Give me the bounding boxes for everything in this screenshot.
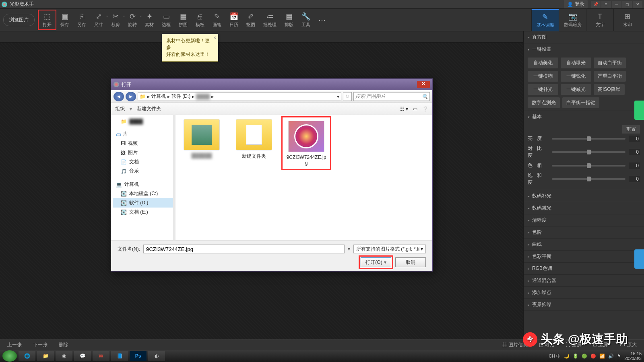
layout-button[interactable]: ▤排版 xyxy=(281,10,297,29)
tree-computer[interactable]: 💻计算机 xyxy=(113,180,173,189)
tree-library[interactable]: 🗃库 xyxy=(113,130,173,139)
file-item-image-selected[interactable]: 9CZI3W7244ZE.jpg xyxy=(284,119,328,167)
help-button[interactable]: ❔ xyxy=(422,106,428,112)
file-item-folder-2[interactable]: 新建文件夹 xyxy=(232,119,276,160)
tray-icon[interactable]: 🌙 xyxy=(564,354,570,359)
tree-edrive[interactable]: 💽文档 (E:) xyxy=(113,208,173,217)
close-button[interactable]: ✕ xyxy=(633,1,642,8)
section-curves[interactable]: ▸曲线 xyxy=(524,239,644,250)
template-button[interactable]: 🖨模板 xyxy=(192,10,208,29)
tree-item[interactable]: 📁████ xyxy=(113,117,173,125)
saturation-slider[interactable] xyxy=(552,178,625,180)
section-night-denoise[interactable]: ▸夜景抑噪 xyxy=(524,299,644,311)
section-fill-light[interactable]: ▸数码补光 xyxy=(524,190,644,202)
prev-image-button[interactable]: 上一张 xyxy=(4,341,25,349)
dialog-close-button[interactable]: ✕ xyxy=(417,81,430,88)
scrollbar[interactable] xyxy=(173,115,175,240)
section-color-balance[interactable]: ▸色彩平衡 xyxy=(524,251,644,262)
quick-wb-onekey[interactable]: 白平衡一指键 xyxy=(562,97,599,108)
brush-button[interactable]: ✎画笔 xyxy=(208,10,225,29)
back-button[interactable]: ◄ xyxy=(114,92,124,101)
open-button[interactable]: ⬚打开 xyxy=(38,10,56,30)
section-channel-mixer[interactable]: ▸通道混合器 xyxy=(524,275,644,286)
quick-auto-beautify[interactable]: 自动美化 xyxy=(528,58,558,68)
login-button[interactable]: 👤登录 xyxy=(564,0,588,8)
tab-watermark[interactable]: ⊞水印 xyxy=(613,9,641,31)
tree-cdrive[interactable]: 💽本地磁盘 (C:) xyxy=(113,189,173,198)
chevron-down-icon[interactable]: ▾ xyxy=(337,94,339,99)
organize-menu[interactable]: 组织 xyxy=(115,105,125,112)
puzzle-button[interactable]: ▦拼图 xyxy=(175,10,192,29)
section-basic[interactable]: ▾基本 xyxy=(524,111,644,123)
material-button[interactable]: ✦素材 xyxy=(141,10,158,29)
reset-button[interactable]: 重置 xyxy=(622,125,640,134)
batch-button[interactable]: ≔批处理 xyxy=(259,10,281,29)
tab-basic-adjust[interactable]: ✎基本调整 xyxy=(531,9,559,31)
dialog-titlebar[interactable]: 打开 ✕ xyxy=(111,79,432,90)
start-button[interactable] xyxy=(2,350,17,362)
tab-text[interactable]: T文字 xyxy=(586,9,613,31)
size-button[interactable]: ⤢尺寸▾ xyxy=(90,10,107,29)
side-widget-1[interactable] xyxy=(634,101,644,120)
view-options-button[interactable]: ☷ ▾ xyxy=(400,106,408,112)
tray-icon[interactable]: 🔋 xyxy=(573,354,578,359)
forward-button[interactable]: ► xyxy=(126,92,136,101)
tab-darkroom[interactable]: 📷数码暗房 xyxy=(559,9,586,31)
side-widget-2[interactable] xyxy=(634,249,644,269)
rotate-button[interactable]: ⟳旋转▾ xyxy=(124,10,141,29)
section-reduce-light[interactable]: ▸数码减光 xyxy=(524,202,644,214)
refresh-button[interactable]: ↻ xyxy=(343,92,352,101)
ime-indicator[interactable]: CH 中 xyxy=(549,353,561,359)
quick-auto-exposure[interactable]: 自动曝光 xyxy=(561,58,591,68)
address-bar[interactable]: 📁 ▸计算机 ▸软件 (D:) ▸████▸ ▾ xyxy=(138,92,341,101)
menu-button[interactable]: ≡ xyxy=(601,1,611,8)
section-levels[interactable]: ▸色阶 xyxy=(524,226,644,238)
file-filter-select[interactable]: 所有支持的图片格式 (*.gif; *.tif▾ xyxy=(353,245,426,253)
cutout-button[interactable]: ✐抠图 xyxy=(242,10,259,29)
tray-icon[interactable]: ⚑ xyxy=(617,354,621,359)
tree-pictures[interactable]: 🖼图片 xyxy=(113,148,173,157)
quick-severe-wb[interactable]: 严重白平衡 xyxy=(594,71,626,82)
taskbar-wechat[interactable]: 💬 xyxy=(74,351,91,361)
section-histogram[interactable]: ▸直方图 xyxy=(524,31,644,43)
quick-iso-denoise[interactable]: 高ISO降噪 xyxy=(594,84,625,95)
delete-button[interactable]: 删除 xyxy=(56,341,72,349)
search-input[interactable]: 搜索 产品图片🔍 xyxy=(353,92,430,101)
next-image-button[interactable]: 下一张 xyxy=(30,341,51,349)
quick-fill-light[interactable]: 一键补光 xyxy=(528,84,558,95)
pin-button[interactable]: 📌 xyxy=(591,1,601,8)
taskbar-explorer[interactable]: 📁 xyxy=(37,351,54,361)
tree-video[interactable]: 🎞视频 xyxy=(113,139,173,148)
quick-reduce-light[interactable]: 一键减光 xyxy=(561,84,591,95)
section-clarity[interactable]: ▸清晰度 xyxy=(524,214,644,226)
section-quick[interactable]: ▾一键设置 xyxy=(524,43,644,55)
crop-button[interactable]: ✂裁剪▾ xyxy=(107,10,124,29)
border-button[interactable]: ▭边框 xyxy=(158,10,175,29)
taskbar-ie[interactable]: 🌐 xyxy=(19,351,35,361)
new-folder-button[interactable]: 新建文件夹 xyxy=(137,105,161,112)
brightness-slider[interactable] xyxy=(552,138,625,140)
file-item-folder-1[interactable]: ██████ xyxy=(180,119,224,158)
quick-auto-wb[interactable]: 自动白平衡 xyxy=(594,58,626,68)
tray-icon[interactable]: 🔴 xyxy=(590,354,596,359)
quick-spot-meter[interactable]: 数字点测光 xyxy=(528,97,560,108)
minimize-button[interactable]: ─ xyxy=(612,1,621,8)
quick-blur[interactable]: 一键模糊 xyxy=(528,71,558,82)
hue-slider[interactable] xyxy=(552,165,625,167)
open-confirm-button[interactable]: 打开(O)▾ xyxy=(361,257,391,267)
tray-icon[interactable]: 🟢 xyxy=(582,354,587,359)
tree-ddrive[interactable]: 💽软件 (D:) xyxy=(113,198,173,208)
taskbar-wps[interactable]: W xyxy=(93,351,109,361)
tree-music[interactable]: 🎵音乐 xyxy=(113,167,173,176)
taskbar-neoimaging[interactable]: ◐ xyxy=(148,351,165,361)
taskbar-app-2[interactable]: 📘 xyxy=(111,351,128,361)
tray-icon[interactable]: 📶 xyxy=(599,354,605,359)
save-as-button[interactable]: ⎘另存 xyxy=(73,10,90,29)
more-button[interactable]: ⋯ xyxy=(314,14,330,26)
section-rgb-tone[interactable]: ▸RGB色调 xyxy=(524,263,644,274)
save-button[interactable]: ▣保存 xyxy=(56,10,73,29)
taskbar-photoshop[interactable]: Ps xyxy=(130,351,147,361)
filename-input[interactable] xyxy=(143,245,345,253)
maximize-button[interactable]: ◻ xyxy=(622,1,632,8)
preview-pane-button[interactable]: ▭ xyxy=(413,106,417,112)
